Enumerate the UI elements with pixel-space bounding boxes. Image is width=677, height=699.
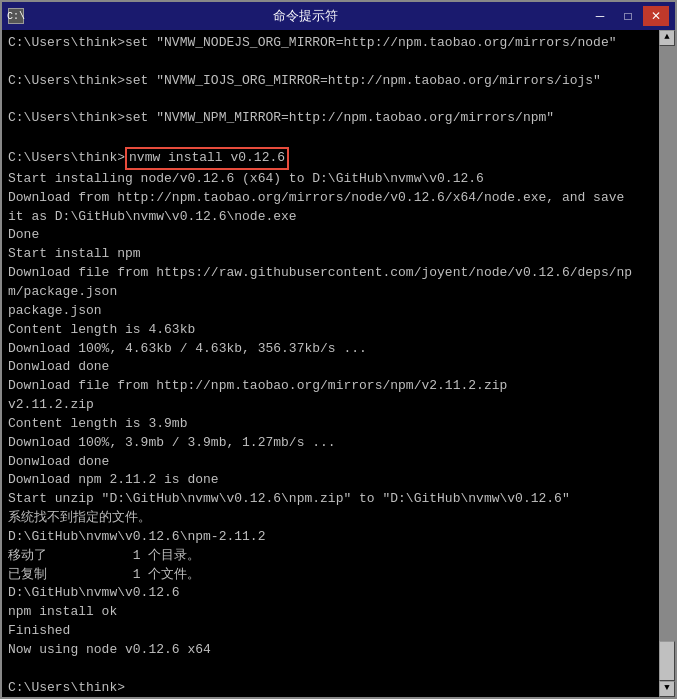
terminal-line: Start install npm bbox=[8, 245, 651, 264]
terminal-line: Done bbox=[8, 226, 651, 245]
terminal-line: Download npm 2.11.2 is done bbox=[8, 471, 651, 490]
close-button[interactable]: ✕ bbox=[643, 6, 669, 26]
terminal-line bbox=[8, 660, 651, 679]
terminal-line bbox=[8, 53, 651, 72]
terminal-line: D:\GitHub\nvmw\v0.12.6 bbox=[8, 584, 651, 603]
terminal-line: Download from http://npm.taobao.org/mirr… bbox=[8, 189, 651, 208]
terminal-line: v2.11.2.zip bbox=[8, 396, 651, 415]
terminal-line: Start installing node/v0.12.6 (x64) to D… bbox=[8, 170, 651, 189]
window-title: 命令提示符 bbox=[24, 7, 587, 25]
terminal-line: Download 100%, 4.63kb / 4.63kb, 356.37kb… bbox=[8, 340, 651, 359]
terminal-line: npm install ok bbox=[8, 603, 651, 622]
cmd-window: C:\ 命令提示符 ─ □ ✕ C:\Users\think>set "NVMW… bbox=[0, 0, 677, 699]
terminal-line: D:\GitHub\nvmw\v0.12.6\npm-2.11.2 bbox=[8, 528, 651, 547]
terminal-body: C:\Users\think>set "NVMW_NODEJS_ORG_MIRR… bbox=[2, 30, 675, 697]
terminal-line: Now using node v0.12.6 x64 bbox=[8, 641, 651, 660]
terminal-line: Start unzip "D:\GitHub\nvmw\v0.12.6\npm.… bbox=[8, 490, 651, 509]
terminal-line: Download file from http://npm.taobao.org… bbox=[8, 377, 651, 396]
terminal-line: Content length is 3.9mb bbox=[8, 415, 651, 434]
cmd-icon: C:\ bbox=[8, 8, 24, 24]
terminal-line: Download 100%, 3.9mb / 3.9mb, 1.27mb/s .… bbox=[8, 434, 651, 453]
terminal-line: C:\Users\think>set "NVMW_IOJS_ORG_MIRROR… bbox=[8, 72, 651, 91]
terminal-line: 系统找不到指定的文件。 bbox=[8, 509, 651, 528]
terminal-line: m/package.json bbox=[8, 283, 651, 302]
terminal-line: Content length is 4.63kb bbox=[8, 321, 651, 340]
terminal-line: 移动了 1 个目录。 bbox=[8, 547, 651, 566]
scrollbar-track[interactable] bbox=[659, 46, 675, 681]
maximize-button[interactable]: □ bbox=[615, 6, 641, 26]
terminal-line bbox=[8, 128, 651, 147]
terminal-line: package.json bbox=[8, 302, 651, 321]
terminal-line: it as D:\GitHub\nvmw\v0.12.6\node.exe bbox=[8, 208, 651, 227]
scrollbar[interactable]: ▲ ▼ bbox=[659, 30, 675, 697]
prompt-text: C:\Users\think> bbox=[8, 149, 125, 168]
terminal-line: C:\Users\think>set "NVMW_NPM_MIRROR=http… bbox=[8, 109, 651, 128]
terminal-line bbox=[8, 91, 651, 110]
terminal-line: Donwload done bbox=[8, 358, 651, 377]
terminal-prompt-final: C:\Users\think> bbox=[8, 679, 651, 697]
terminal-line: 已复制 1 个文件。 bbox=[8, 566, 651, 585]
terminal-line: Donwload done bbox=[8, 453, 651, 472]
terminal-line: Download file from https://raw.githubuse… bbox=[8, 264, 651, 283]
scrollbar-down-arrow[interactable]: ▼ bbox=[659, 681, 675, 697]
title-bar-left: C:\ bbox=[8, 8, 24, 24]
highlighted-command: nvmw install v0.12.6 bbox=[125, 147, 289, 170]
window-controls: ─ □ ✕ bbox=[587, 6, 669, 26]
title-bar: C:\ 命令提示符 ─ □ ✕ bbox=[2, 2, 675, 30]
terminal-input-line: C:\Users\think>nvmw install v0.12.6 bbox=[8, 147, 651, 170]
terminal-line: Finished bbox=[8, 622, 651, 641]
scrollbar-thumb[interactable] bbox=[659, 641, 675, 681]
scrollbar-up-arrow[interactable]: ▲ bbox=[659, 30, 675, 46]
terminal-content: C:\Users\think>set "NVMW_NODEJS_ORG_MIRR… bbox=[8, 34, 651, 697]
minimize-button[interactable]: ─ bbox=[587, 6, 613, 26]
terminal-line: C:\Users\think>set "NVMW_NODEJS_ORG_MIRR… bbox=[8, 34, 651, 53]
